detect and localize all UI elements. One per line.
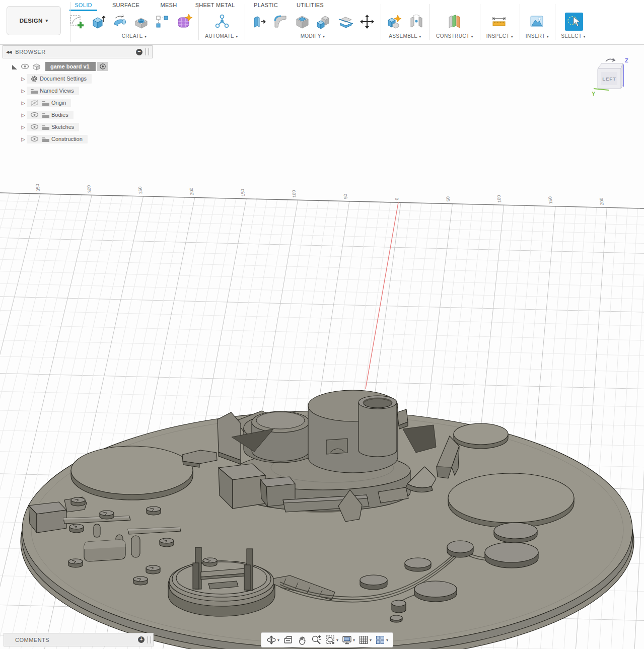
home-orbit-arrow-icon[interactable]: [606, 58, 615, 61]
tab-surface[interactable]: SURFACE: [108, 2, 144, 10]
hole-button[interactable]: [132, 12, 151, 32]
expanded-arrow-icon[interactable]: [11, 63, 18, 70]
tab-plastic[interactable]: PLASTIC: [251, 2, 281, 10]
orbit-button[interactable]: ▾: [264, 634, 281, 645]
press-pull-button[interactable]: [250, 12, 268, 32]
look-at-icon: [282, 634, 294, 645]
chevron-down-icon: ▾: [145, 34, 147, 39]
browser-item-named-views[interactable]: ▷ Named Views: [3, 85, 153, 97]
split-body-button[interactable]: [337, 12, 355, 32]
new-component-button[interactable]: [385, 12, 403, 32]
modify-group-label[interactable]: MODIFY▾: [245, 33, 381, 41]
construct-plane-button[interactable]: [446, 12, 464, 32]
assemble-group-label[interactable]: ASSEMBLE▾: [381, 33, 430, 41]
select-button[interactable]: [564, 12, 584, 32]
viewcube-face-label[interactable]: LEFT: [602, 76, 616, 82]
browser-root-row[interactable]: game board v1: [3, 60, 153, 73]
collapsed-arrow-icon[interactable]: ▷: [20, 76, 27, 82]
chevron-down-icon: ▾: [236, 34, 238, 39]
visibility-off-eye-icon[interactable]: [30, 100, 39, 106]
panel-grip[interactable]: [148, 636, 151, 643]
combine-icon: [315, 13, 332, 30]
panel-grip[interactable]: [146, 48, 149, 55]
collapsed-arrow-icon[interactable]: ▷: [20, 112, 27, 118]
browser-tree: game board v1 ▷ Document Settings: [3, 60, 153, 145]
measure-button[interactable]: [490, 12, 508, 32]
insert-image-button[interactable]: [528, 12, 546, 32]
add-comment-icon[interactable]: +: [138, 636, 145, 643]
construct-group-label[interactable]: CONSTRUCT▾: [430, 33, 480, 41]
create-sketch-button[interactable]: [67, 12, 86, 32]
visibility-eye-icon[interactable]: [30, 112, 39, 118]
track-disc: [485, 542, 538, 568]
new-component-icon: [385, 13, 402, 30]
display-settings-button[interactable]: ▾: [340, 634, 356, 645]
move-copy-icon: [359, 13, 376, 30]
collapse-panel-icon[interactable]: ◀◀: [6, 50, 11, 54]
tab-solid[interactable]: SOLID: [69, 2, 97, 10]
rectangular-pattern-button[interactable]: [153, 12, 171, 32]
viewports-button[interactable]: ▾: [373, 634, 390, 645]
zoom-icon: [311, 634, 322, 645]
select-group-label[interactable]: SELECT▾: [555, 33, 592, 41]
zoom-button[interactable]: [309, 634, 323, 645]
chevron-down-icon: ▾: [336, 638, 338, 642]
extrude-button[interactable]: [89, 12, 107, 32]
visibility-eye-icon[interactable]: [30, 136, 39, 142]
track-disc: [414, 581, 457, 602]
browser-item-bodies[interactable]: ▷ Bodies: [3, 109, 153, 121]
gear-icon: [30, 75, 38, 83]
grid-tick-label: 250: [137, 186, 144, 194]
viewcube-top-face[interactable]: [598, 63, 623, 68]
automate-group-label[interactable]: AUTOMATE▾: [198, 33, 245, 41]
inspect-group-label[interactable]: INSPECT▾: [480, 33, 520, 41]
fit-button[interactable]: ▾: [323, 634, 340, 645]
collapsed-arrow-icon[interactable]: ▷: [20, 124, 27, 130]
grid-snaps-button[interactable]: ▾: [356, 634, 373, 645]
browser-item-document-settings[interactable]: ▷ Document Settings: [3, 73, 153, 85]
visibility-eye-icon[interactable]: [21, 63, 29, 69]
collapsed-arrow-icon[interactable]: ▷: [20, 100, 27, 106]
orbit-icon: [266, 634, 277, 645]
viewcube[interactable]: LEFT Z Y: [592, 55, 631, 98]
look-at-button[interactable]: [281, 634, 295, 645]
collapsed-arrow-icon[interactable]: ▷: [20, 136, 27, 142]
tab-utilities[interactable]: UTILITIES: [294, 2, 326, 10]
browser-item-origin[interactable]: ▷ Origin: [3, 97, 153, 109]
tab-sheet-metal[interactable]: SHEET METAL: [193, 2, 237, 10]
pan-button[interactable]: [295, 634, 309, 645]
design-menu-button[interactable]: DESIGN ▾: [7, 6, 61, 35]
create-form-button[interactable]: [175, 12, 193, 32]
joint-button[interactable]: [407, 12, 425, 32]
automate-button[interactable]: [213, 12, 231, 32]
select-icon: [564, 12, 584, 31]
browser-item-sketches[interactable]: ▷ Sketches: [3, 121, 153, 133]
viewports-icon: [375, 634, 386, 645]
browser-item-construction[interactable]: ▷ Construction: [3, 133, 153, 145]
shell-button[interactable]: [294, 12, 312, 32]
root-document-label[interactable]: game board v1: [45, 62, 96, 71]
automate-icon: [213, 13, 231, 30]
y-axis-label: Y: [592, 91, 596, 97]
z-axis-label: Z: [625, 57, 628, 63]
fillet-button[interactable]: [271, 12, 290, 32]
revolve-button[interactable]: [110, 12, 128, 32]
insert-image-icon: [528, 13, 545, 30]
insert-group-label[interactable]: INSERT▾: [520, 33, 555, 41]
combine-button[interactable]: [314, 12, 332, 32]
visibility-eye-icon[interactable]: [30, 124, 39, 130]
minimize-panel-icon[interactable]: −: [136, 49, 142, 55]
create-group-label[interactable]: CREATE▾: [70, 33, 198, 41]
browser-header[interactable]: ◀◀ BROWSER −: [3, 45, 153, 58]
comments-bar[interactable]: COMMENTS +: [4, 633, 154, 646]
collapsed-arrow-icon[interactable]: ▷: [20, 88, 27, 94]
active-tab-underline: [69, 10, 97, 11]
chevron-down-icon: ▾: [370, 638, 372, 642]
activate-component-radio[interactable]: [97, 62, 108, 71]
component-cube-icon: [32, 63, 41, 70]
move-copy-button[interactable]: [358, 12, 376, 32]
tab-mesh[interactable]: MESH: [156, 2, 181, 10]
plateau-disc: [448, 473, 574, 528]
display-settings-icon: [341, 634, 352, 645]
rectangular-pattern-icon: [154, 13, 171, 30]
